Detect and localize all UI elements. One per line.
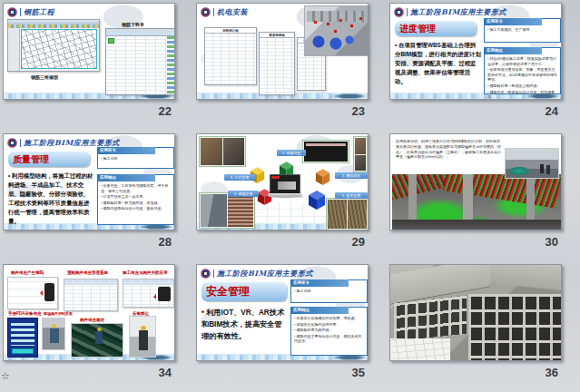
- application-features-box: 应用特点 结合4D模拟施工进度，校验实际进度与计划进度，让管理者对进度了然于心。…: [484, 47, 561, 94]
- sorter-cell-35: 施工阶段BIM应用主要形式 安全管理 利用IOT、VR、AR技术和BIM技术，提…: [193, 261, 387, 392]
- sorter-cell-23: 机电安装 材料统计表 管道明细表 设备明细表 23: [193, 0, 387, 131]
- application-steps-box: 应用环节 施工过程: [97, 147, 174, 169]
- section-heading: 进度管理: [399, 23, 436, 35]
- blue-cube-icon: [308, 191, 326, 211]
- slide-thumbnail-34[interactable]: 构件信息产生编码 预制构件信息管理系统 施工信息与构件关联应用 手持PDA采集信…: [3, 264, 175, 361]
- worker-install-photo: [129, 316, 156, 358]
- slide-thumbnail-22[interactable]: 钢筋工程 钢筋三维模型 钢筋下料单: [3, 3, 175, 100]
- table-action-buttons: [167, 36, 174, 94]
- body-text: 利用模型结构，将施工过程的材料进场、半成品加工、技术交底、隐蔽验收、分部分项验收…: [8, 172, 94, 226]
- slide-header: 施工阶段BIM应用主要形式: [7, 137, 120, 149]
- table-grid: [205, 34, 256, 84]
- application-steps-box: 应用环节 施工方案模拟、生产管理: [484, 18, 561, 43]
- slide-header: 施工阶段BIM应用主要形式: [201, 268, 313, 279]
- sorter-cell-36: 36: [387, 261, 580, 392]
- bullet-item: 施工方案模拟、生产管理: [487, 27, 558, 33]
- photo-panel: [326, 198, 369, 230]
- section-heading: 安全管理: [206, 284, 250, 299]
- slide-number: 34: [159, 366, 172, 379]
- spreadsheet-screenshot: [64, 279, 118, 311]
- site-photo: [201, 138, 222, 165]
- divider: [20, 8, 21, 16]
- pda-device: [44, 283, 54, 301]
- slide-thumbnail-30[interactable]: 应用效果说明：利用三维激光扫描与BIM模型对比分析，对机电安装质量进行检测。绿色…: [389, 133, 562, 230]
- bullet-item: 施工过程: [294, 289, 365, 294]
- form-submit-button: [12, 348, 34, 354]
- site-photo: [355, 138, 366, 154]
- window-left-panel: [8, 28, 20, 71]
- box-header: 应用特点: [290, 307, 349, 314]
- photo-caption: 构件信息核对: [80, 318, 104, 322]
- bullet-item: 现场安全设施的合理布置。: [294, 322, 365, 328]
- slide-number: 28: [159, 235, 172, 249]
- divider: [213, 8, 214, 16]
- slide-title: 施工阶段BIM应用主要形式: [24, 138, 120, 148]
- pipe-table: 管道明细表: [259, 32, 295, 95]
- building-render: [390, 265, 561, 360]
- rebar-3d-wireframe: [21, 29, 97, 69]
- photo-panel: [353, 136, 368, 172]
- note-text: 应用效果说明：利用三维激光扫描与BIM模型对比分析，对机电安装质量进行检测。绿色…: [396, 139, 503, 160]
- slide-title: 钢筋工程: [24, 7, 54, 17]
- sorter-cell-34: 构件信息产生编码 预制构件信息管理系统 施工信息与构件关联应用 手持PDA采集信…: [0, 261, 193, 392]
- section-heading-bar: 进度管理: [395, 21, 477, 36]
- bullet-item: 模型信息既包括设计信息、验收信息。: [101, 206, 172, 211]
- slide-thumbnail-24[interactable]: 施工阶段BIM应用主要形式 进度管理 在项目管理WBS基础上合理拆分BIM模型，…: [389, 3, 562, 100]
- slide-title: 机电安装: [217, 7, 248, 17]
- bullet-item: 模型颗粒度为构件级。: [294, 328, 365, 333]
- sorter-cell-28: 施工阶段BIM应用主要形式 质量管理 利用模型结构，将施工过程的材料进场、半成品…: [0, 131, 193, 261]
- company-logo-icon: [201, 7, 211, 17]
- green-button: [108, 38, 114, 44]
- site-photo: [223, 138, 245, 165]
- slide-thumbnail-36[interactable]: [389, 264, 562, 361]
- steel-photo: [201, 194, 227, 227]
- bullet-item: 模型信息一般须包括设计信息、时间参数等。: [487, 90, 558, 100]
- bullet-item: 施工过程: [101, 156, 172, 162]
- company-logo-icon: [7, 7, 17, 17]
- slide-number: 23: [352, 104, 365, 118]
- slide-number: 29: [352, 235, 365, 249]
- divider: [213, 270, 214, 278]
- application-steps-box: 应用环节 施工过程: [290, 279, 368, 303]
- box-header: 应用环节: [290, 279, 349, 287]
- photo-caption: 现场构件扫码采集: [44, 311, 73, 316]
- caption: 构件信息产生编码: [11, 270, 44, 275]
- green-tarp: [509, 167, 529, 175]
- company-logo-icon: [394, 7, 404, 17]
- section-heading-bar: 安全管理: [202, 282, 287, 301]
- slide-number: 30: [546, 235, 558, 249]
- pda-photo: [158, 287, 171, 301]
- diagram-label: 1. 现场信息: [277, 150, 306, 156]
- slide-header: 机电安装: [201, 6, 248, 18]
- ground-grid: [390, 338, 450, 360]
- table-screenshot: [123, 279, 174, 308]
- caption: 钢筋下料单: [122, 22, 144, 27]
- animation-star-icon: ☆: [1, 371, 10, 381]
- site-photo-inset: [505, 148, 559, 179]
- screenshot-panel: [302, 140, 349, 163]
- site-photo: [355, 155, 366, 172]
- photo-panel: [199, 192, 255, 229]
- box-header: 应用特点: [484, 47, 542, 54]
- worker-scanning-photo: [42, 318, 65, 350]
- material-table: 材料统计表: [204, 27, 257, 85]
- photo-caption: 手持PDA采集信息: [8, 311, 42, 316]
- body-text: 在项目管理WBS基础上合理拆分BIM模型，进行相关的进度计划安排、资源调配及平衡…: [395, 41, 481, 86]
- slide-thumbnail-29[interactable]: 1. 现场信息 2. 模拟对比 5. 技术交底 6. 工艺交底 4. 现场交底: [196, 133, 369, 230]
- slide-number: 36: [546, 366, 558, 379]
- caption: 预制构件信息管理系统: [67, 270, 108, 275]
- wave-dark-patch: [333, 93, 366, 99]
- application-features-box: 应用特点 质量信息、工程资料与模型关联，便于检查、管理上可追溯。 IC等手段还需…: [97, 174, 174, 225]
- box-header: 应用特点: [97, 174, 155, 181]
- caption: 钢筋三维模型: [31, 74, 58, 80]
- slide-number: 22: [159, 104, 172, 118]
- scaffold-photo: [228, 194, 254, 227]
- slide-thumbnail-23[interactable]: 机电安装 材料统计表 管道明细表 设备明细表: [196, 3, 369, 100]
- photo-panel: [199, 136, 246, 167]
- blue-pumps: [309, 32, 356, 52]
- body-text: 利用IOT、VR、AR技术和BIM技术，提高安全管理的有效性。: [202, 307, 288, 342]
- dark-floor: [392, 220, 561, 230]
- orange-cube-icon: [315, 169, 330, 186]
- slide-thumbnail-28[interactable]: 施工阶段BIM应用主要形式 质量管理 利用模型结构，将施工过程的材料进场、半成品…: [3, 133, 175, 230]
- slide-thumbnail-35[interactable]: 施工阶段BIM应用主要形式 安全管理 利用IOT、VR、AR技术和BIM技术，提…: [196, 264, 369, 361]
